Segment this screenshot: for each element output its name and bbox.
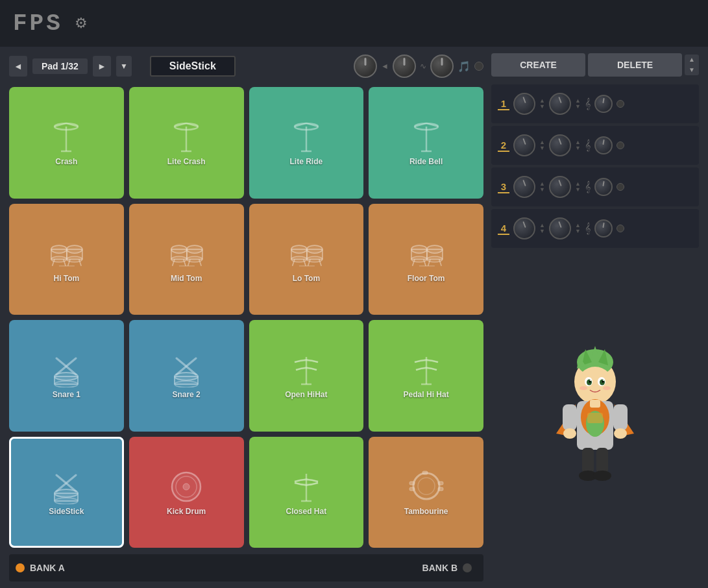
pad-grid: Crash Lite Crash [9,87,483,548]
channel-4-volume-knob[interactable] [513,217,535,239]
channel-2-volume-knob[interactable] [513,134,535,156]
channel-3-arrow: ▲ ▼ [539,181,545,193]
svg-rect-102 [438,482,443,485]
pad-closed-hat-label: Closed Hat [286,507,327,516]
pan-knob[interactable] [393,55,416,78]
svg-point-120 [590,380,591,381]
svg-point-123 [603,386,611,390]
channel-2-led [616,141,624,149]
settings-icon[interactable]: ⚙ [75,15,88,32]
header-knob-group: ◄ ∿ 🎵 [354,55,483,78]
pad-pedal-hihat[interactable]: Pedal Hi Hat [369,320,483,432]
app-logo: FPS [13,10,63,37]
channel-4-pin-icon[interactable]: 𝄞 [585,223,591,234]
pad-mid-tom[interactable]: Mid Tom [129,204,244,315]
mascot-area [491,253,699,582]
channel-4-arrow: ▲ ▼ [539,223,545,234]
pad-kick-drum-label: Kick Drum [167,507,206,516]
master-volume-knob[interactable] [354,55,377,78]
scroll-down-arrow[interactable]: ▼ [685,65,699,75]
svg-rect-105 [409,487,415,491]
main-area: ◄ Pad 1/32 ► ▼ SideStick ◄ ∿ 🎵 [0,47,708,588]
pin-icon[interactable]: 🎵 [458,60,470,73]
pad-snare2[interactable]: Snare 2 [129,320,244,432]
pad-lite-ride[interactable]: Lite Ride [249,87,364,199]
pad-tambourine-label: Tambourine [404,507,448,516]
svg-rect-131 [613,404,628,430]
channel-3-number: 3 [498,181,509,193]
channel-4-pan-arrow: ▲ ▼ [575,223,581,234]
svg-rect-138 [587,413,603,423]
channel-2-pan-knob[interactable] [549,134,571,156]
pad-ride-bell[interactable]: Ride Bell [369,87,483,199]
channel-4-pan-knob[interactable] [549,217,571,239]
create-button[interactable]: CREATE [491,53,585,77]
pad-lo-tom-label: Lo Tom [293,274,320,283]
channel-4-aux-knob[interactable] [594,219,613,238]
led-indicator [474,62,483,71]
channel-1-volume-knob[interactable] [513,93,535,115]
scroll-arrows[interactable]: ▲ ▼ [685,55,699,75]
pad-sidestick-label: SideStick [49,507,84,516]
pad-lite-crash[interactable]: Lite Crash [129,87,244,199]
pad-lite-crash-label: Lite Crash [167,157,206,166]
channel-1-pan-knob[interactable] [549,93,571,115]
channel-3-pan-knob[interactable] [549,176,571,198]
pad-open-hihat[interactable]: Open HiHat [249,320,364,432]
channel-3-pin-icon[interactable]: 𝄞 [585,181,591,193]
title-bar: FPS ⚙ [0,0,708,47]
pad-dropdown-button[interactable]: ▼ [116,56,132,77]
svg-rect-135 [596,448,608,474]
pad-sidestick[interactable]: SideStick [9,437,124,548]
pad-closed-hat[interactable]: Closed Hat [249,437,364,548]
pad-selector: ◄ Pad 1/32 ► ▼ SideStick ◄ ∿ 🎵 [9,53,483,79]
channel-strip-1: 1 ▲ ▼ ▲ ▼ 𝄞 [491,84,699,123]
ch1-arrow-down: ▼ [539,104,545,110]
svg-rect-103 [438,487,443,491]
channel-1-number: 1 [498,98,509,110]
scroll-up-arrow[interactable]: ▲ [685,55,699,65]
channel-1-pin-icon[interactable]: 𝄞 [585,98,591,110]
pad-open-hihat-label: Open HiHat [285,390,327,399]
pad-kick-drum[interactable]: Kick Drum [129,437,244,548]
pad-prev-button[interactable]: ◄ [9,56,27,77]
channel-2-aux-knob[interactable] [594,136,613,154]
svg-point-101 [418,478,435,495]
delete-button[interactable]: DELETE [588,53,682,77]
arrow-wave: ∿ [420,62,426,71]
bank-a-label[interactable]: BANK A [30,563,65,573]
pad-crash[interactable]: Crash [9,87,124,199]
bank-bar: BANK A BANK B [9,554,483,582]
pad-hi-tom[interactable]: Hi Tom [9,204,124,315]
pad-snare1[interactable]: Snare 1 [9,320,124,432]
action-buttons: CREATE DELETE ▲ ▼ [491,53,699,77]
pad-ride-bell-label: Ride Bell [409,157,443,166]
channel-2-pin-icon[interactable]: 𝄞 [585,140,591,151]
arrow-left: ◄ [381,62,389,71]
bank-b-label[interactable]: BANK B [422,563,458,573]
instrument-name-display: SideStick [150,56,236,77]
pad-floor-tom-label: Floor Tom [408,274,445,283]
svg-rect-130 [563,404,577,430]
channel-1-pan-arrow: ▲ ▼ [575,98,581,110]
svg-rect-106 [422,471,428,474]
svg-point-93 [183,484,189,490]
pad-tambourine[interactable]: Tambourine [369,437,483,548]
svg-point-121 [603,380,604,381]
svg-point-68 [55,381,78,387]
channel-1-aux-knob[interactable] [594,95,613,113]
pad-snare1-label: Snare 1 [53,390,80,399]
channel-2-arrow: ▲ ▼ [539,140,545,151]
pad-label: Pad 1/32 [32,58,88,74]
bank-b-dot [463,563,472,572]
pad-floor-tom[interactable]: Floor Tom [369,204,483,315]
pad-pedal-hihat-label: Pedal Hi Hat [404,390,449,399]
pad-lo-tom[interactable]: Lo Tom [249,204,364,315]
channel-3-aux-knob[interactable] [594,178,613,196]
channel-strip-3: 3 ▲ ▼ ▲ ▼ 𝄞 [491,167,699,206]
channel-3-volume-knob[interactable] [513,176,535,198]
right-panel: CREATE DELETE ▲ ▼ 1 ▲ ▼ [491,53,699,582]
svg-rect-104 [409,482,415,485]
pitch-knob[interactable] [430,55,454,78]
pad-next-button[interactable]: ► [93,56,111,77]
